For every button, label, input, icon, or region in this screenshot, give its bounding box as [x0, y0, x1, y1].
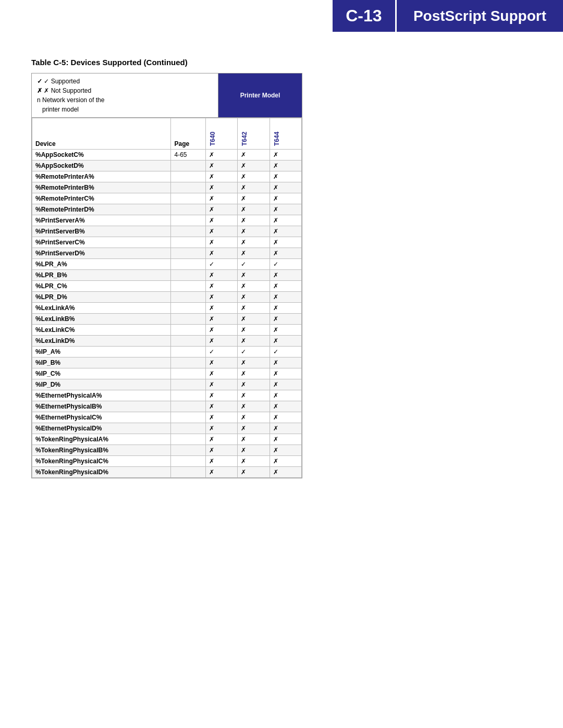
col-header-device: Device — [32, 118, 171, 150]
page-header: C-13 PostScript Support — [0, 0, 563, 32]
cell-device: %LPR_B% — [32, 270, 171, 281]
cell-device: %RemotePrinterB% — [32, 182, 171, 193]
legend-row: ✓ ✓ Supported ✗ ✗ Not Supported n Networ… — [32, 73, 302, 118]
cell-device: %LexLinkA% — [32, 303, 171, 314]
cell-device: %LPR_C% — [32, 281, 171, 292]
cell-t644: ✗ — [270, 248, 301, 259]
table-row: %AppSocketD%✗✗✗ — [32, 161, 302, 171]
cell-t644: ✗ — [270, 237, 301, 248]
cell-t644: ✗ — [270, 193, 301, 204]
cell-page — [171, 292, 206, 303]
cell-device: %EthernetPhysicalB% — [32, 401, 171, 412]
cell-t644: ✗ — [270, 171, 301, 182]
cell-t640: ✗ — [206, 226, 238, 237]
table-row: %LexLinkB%✗✗✗ — [32, 314, 302, 325]
table-row: %TokenRingPhysicalD%✗✗✗ — [32, 467, 302, 478]
table-row: %EthernetPhysicalC%✗✗✗ — [32, 412, 302, 423]
cell-device: %IP_B% — [32, 357, 171, 368]
cell-t640: ✗ — [206, 161, 238, 171]
table-row: %LexLinkD%✗✗✗ — [32, 336, 302, 347]
cell-t642: ✗ — [238, 456, 270, 467]
table-row: %LexLinkC%✗✗✗ — [32, 325, 302, 336]
table-row: %EthernetPhysicalD%✗✗✗ — [32, 423, 302, 434]
cell-device: %TokenRingPhysicalB% — [32, 445, 171, 456]
cell-t640: ✗ — [206, 445, 238, 456]
cell-t640: ✗ — [206, 292, 238, 303]
cell-t642: ✗ — [238, 368, 270, 379]
cell-t644: ✗ — [270, 379, 301, 390]
cell-t642: ✓ — [238, 259, 270, 270]
cell-page — [171, 368, 206, 379]
cell-t640: ✗ — [206, 368, 238, 379]
cell-device: %EthernetPhysicalC% — [32, 412, 171, 423]
cell-device: %LexLinkD% — [32, 336, 171, 347]
table-row: %RemotePrinterD%✗✗✗ — [32, 204, 302, 215]
cell-t640: ✗ — [206, 336, 238, 347]
cell-page: 4-65 — [171, 150, 206, 161]
cell-page — [171, 270, 206, 281]
cell-t642: ✗ — [238, 182, 270, 193]
table-row: %LPR_B%✗✗✗ — [32, 270, 302, 281]
cell-page — [171, 215, 206, 226]
cell-t640: ✗ — [206, 434, 238, 445]
cell-t644: ✗ — [270, 368, 301, 379]
table-row: %IP_D%✗✗✗ — [32, 379, 302, 390]
table-wrapper: ✓ ✓ Supported ✗ ✗ Not Supported n Networ… — [31, 73, 302, 478]
table-row: %PrintServerD%✗✗✗ — [32, 248, 302, 259]
cell-page — [171, 171, 206, 182]
table-row: %IP_B%✗✗✗ — [32, 357, 302, 368]
table-row: %EthernetPhysicalB%✗✗✗ — [32, 401, 302, 412]
cell-device: %TokenRingPhysicalC% — [32, 456, 171, 467]
table-row: %LPR_D%✗✗✗ — [32, 292, 302, 303]
cell-t640: ✗ — [206, 303, 238, 314]
table-row: %TokenRingPhysicalC%✗✗✗ — [32, 456, 302, 467]
cell-t642: ✗ — [238, 270, 270, 281]
cell-t640: ✗ — [206, 390, 238, 401]
table-row: %RemotePrinterB%✗✗✗ — [32, 182, 302, 193]
cell-t642: ✗ — [238, 401, 270, 412]
cell-t644: ✗ — [270, 215, 301, 226]
cell-t644: ✗ — [270, 357, 301, 368]
cell-t642: ✗ — [238, 434, 270, 445]
legend-not-supported: ✗ ✗ Not Supported — [37, 86, 213, 95]
cell-device: %RemotePrinterC% — [32, 193, 171, 204]
cell-page — [171, 182, 206, 193]
cell-page — [171, 423, 206, 434]
cell-page — [171, 226, 206, 237]
cell-page — [171, 204, 206, 215]
cell-page — [171, 434, 206, 445]
cell-t642: ✗ — [238, 314, 270, 325]
cell-page — [171, 248, 206, 259]
table-row: %PrintServerC%✗✗✗ — [32, 237, 302, 248]
cell-t640: ✗ — [206, 357, 238, 368]
cell-t640: ✗ — [206, 423, 238, 434]
cell-page — [171, 193, 206, 204]
cell-t644: ✗ — [270, 292, 301, 303]
table-row: %PrintServerB%✗✗✗ — [32, 226, 302, 237]
col-header-t642: T642 — [238, 118, 270, 150]
cell-device: %LPR_A% — [32, 259, 171, 270]
cell-page — [171, 347, 206, 357]
cell-t644: ✗ — [270, 390, 301, 401]
cell-page — [171, 401, 206, 412]
cell-t644: ✗ — [270, 150, 301, 161]
cell-device: %TokenRingPhysicalD% — [32, 467, 171, 478]
cell-t642: ✗ — [238, 292, 270, 303]
legend-network: n Network version of the printer model — [37, 95, 213, 114]
cell-device: %LexLinkB% — [32, 314, 171, 325]
cell-t642: ✗ — [238, 150, 270, 161]
cell-t644: ✗ — [270, 467, 301, 478]
cell-t644: ✗ — [270, 281, 301, 292]
cell-device: %PrintServerD% — [32, 248, 171, 259]
cell-page — [171, 314, 206, 325]
table-row: %PrintServerA%✗✗✗ — [32, 215, 302, 226]
cell-t642: ✗ — [238, 336, 270, 347]
cell-device: %RemotePrinterD% — [32, 204, 171, 215]
cell-device: %IP_D% — [32, 379, 171, 390]
cell-t642: ✗ — [238, 248, 270, 259]
cell-t640: ✗ — [206, 325, 238, 336]
cell-t640: ✗ — [206, 467, 238, 478]
cell-t644: ✗ — [270, 412, 301, 423]
cell-t642: ✗ — [238, 325, 270, 336]
cell-t642: ✓ — [238, 347, 270, 357]
